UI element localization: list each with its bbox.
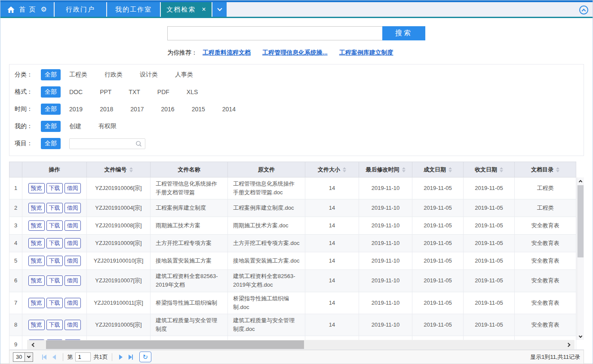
preview-button[interactable]: 预览 bbox=[28, 275, 45, 286]
row-number-cell: 7 bbox=[9, 292, 22, 314]
column-header-8[interactable]: 收文日期 bbox=[464, 162, 515, 177]
vertical-scrollbar-thumb[interactable] bbox=[578, 185, 584, 257]
recommend-link-3[interactable]: 工程案例库建立制度 bbox=[339, 49, 393, 57]
borrow-button[interactable]: 借阅 bbox=[65, 298, 81, 308]
filter-time-all-chip[interactable]: 全部 bbox=[41, 104, 61, 115]
filter-option-2017[interactable]: 2017 bbox=[130, 106, 144, 113]
sort-icon[interactable] bbox=[449, 167, 452, 172]
filter-option-行政类[interactable]: 行政类 bbox=[104, 71, 123, 79]
written-date-cell: 2019-11-05 bbox=[412, 217, 464, 235]
recommend-link-1[interactable]: 工程质料流程文档 bbox=[203, 49, 251, 57]
download-button[interactable]: 下载 bbox=[46, 203, 63, 213]
filter-option-2015[interactable]: 2015 bbox=[192, 106, 205, 113]
filter-option-有权限[interactable]: 有权限 bbox=[98, 122, 117, 130]
preview-button[interactable]: 预览 bbox=[28, 203, 45, 213]
filter-option-2014[interactable]: 2014 bbox=[222, 106, 236, 113]
tab-list-dropdown-button[interactable] bbox=[212, 2, 227, 17]
scroll-up-arrow[interactable] bbox=[577, 177, 584, 184]
download-button[interactable]: 下载 bbox=[46, 320, 63, 330]
borrow-button[interactable]: 借阅 bbox=[65, 220, 81, 231]
horizontal-scrollbar-track[interactable] bbox=[38, 340, 563, 349]
download-button[interactable]: 下载 bbox=[46, 298, 63, 308]
download-button[interactable]: 下载 bbox=[46, 275, 63, 286]
file-size-cell: 14 bbox=[305, 292, 359, 314]
recommend-link-2[interactable]: 工程管理信息化系统操... bbox=[262, 49, 328, 57]
download-button[interactable]: 下载 bbox=[46, 183, 63, 193]
table-row: 6预览下载借阅YZJ201910007[宗]建筑工程资料全套82563-2019… bbox=[9, 270, 576, 292]
sort-icon[interactable] bbox=[556, 167, 559, 172]
filter-option-PPT[interactable]: PPT bbox=[100, 89, 111, 95]
preview-button[interactable]: 预览 bbox=[28, 256, 45, 266]
prev-page-button[interactable] bbox=[52, 355, 56, 360]
preview-button[interactable]: 预览 bbox=[28, 220, 45, 231]
filter-option-DOC[interactable]: DOC bbox=[69, 89, 83, 95]
tab-document-search[interactable]: 文档检索 × bbox=[161, 2, 212, 17]
download-button[interactable]: 下载 bbox=[46, 220, 63, 231]
filter-label-format: 格式： bbox=[15, 88, 35, 96]
preview-button[interactable]: 预览 bbox=[28, 238, 45, 248]
preview-button[interactable]: 预览 bbox=[28, 298, 45, 308]
borrow-button[interactable]: 借阅 bbox=[65, 275, 81, 286]
first-page-button[interactable] bbox=[42, 355, 46, 360]
column-header-7[interactable]: 成文日期 bbox=[412, 162, 464, 177]
top-navbar: 首 页 ⚙ 行政门户 我的工作室 文档检索 × bbox=[0, 0, 593, 18]
filter-option-设计类[interactable]: 设计类 bbox=[140, 71, 158, 79]
tab-home[interactable]: 首 页 ⚙ bbox=[0, 2, 54, 17]
column-header-6[interactable]: 最后修改时间 bbox=[359, 162, 412, 177]
scroll-left-arrow[interactable] bbox=[27, 343, 38, 346]
refresh-button[interactable]: ↻ bbox=[139, 352, 151, 362]
close-tab-icon[interactable]: × bbox=[202, 6, 206, 13]
borrow-button[interactable]: 借阅 bbox=[65, 256, 81, 266]
column-header-label: 文件编号 bbox=[104, 166, 127, 173]
row-actions-cell: 预览下载借阅 bbox=[22, 314, 87, 336]
sort-icon[interactable] bbox=[343, 167, 346, 172]
filter-option-PDF[interactable]: PDF bbox=[157, 89, 169, 95]
filter-option-2018[interactable]: 2018 bbox=[100, 106, 113, 113]
horizontal-scrollbar-thumb[interactable] bbox=[46, 340, 304, 349]
preview-button[interactable]: 预览 bbox=[28, 183, 45, 193]
tab-my-workspace[interactable]: 我的工作室 bbox=[107, 2, 160, 17]
gear-icon[interactable]: ⚙ bbox=[40, 6, 46, 13]
next-page-button[interactable] bbox=[119, 355, 123, 360]
filter-option-工程类[interactable]: 工程类 bbox=[69, 71, 87, 79]
search-button[interactable]: 搜索 bbox=[382, 26, 425, 40]
borrow-button[interactable]: 借阅 bbox=[65, 203, 81, 213]
filter-category-all-chip[interactable]: 全部 bbox=[41, 69, 61, 80]
preview-button[interactable]: 预览 bbox=[28, 320, 45, 330]
row-number-cell: 2 bbox=[9, 199, 22, 217]
column-header-2[interactable]: 文件编号 bbox=[87, 162, 151, 177]
directory-cell: 安全教育表 bbox=[515, 252, 576, 270]
filter-option-XLS[interactable]: XLS bbox=[187, 89, 198, 95]
borrow-button[interactable]: 借阅 bbox=[65, 320, 81, 330]
scroll-right-arrow[interactable] bbox=[563, 343, 575, 346]
column-header-9[interactable]: 文档目录 bbox=[515, 162, 576, 177]
tab-admin-portal[interactable]: 行政门户 bbox=[55, 2, 106, 17]
sort-icon[interactable] bbox=[402, 167, 406, 172]
filter-option-人事类[interactable]: 人事类 bbox=[175, 71, 193, 79]
original-file-cell: 接地装置安装施工方案.doc bbox=[228, 252, 305, 270]
filter-format-all-chip[interactable]: 全部 bbox=[41, 86, 61, 98]
download-button[interactable]: 下载 bbox=[46, 256, 63, 266]
filter-option-2019[interactable]: 2019 bbox=[69, 106, 83, 113]
page-size-select[interactable]: 30 bbox=[13, 352, 33, 362]
sort-icon[interactable] bbox=[129, 167, 133, 172]
horizontal-scrollbar[interactable] bbox=[27, 340, 575, 349]
sort-icon[interactable] bbox=[500, 167, 503, 172]
page-number-input[interactable] bbox=[75, 352, 91, 361]
borrow-button[interactable]: 借阅 bbox=[65, 238, 81, 248]
filter-option-2016[interactable]: 2016 bbox=[161, 106, 174, 113]
column-header-5[interactable]: 文件大小 bbox=[305, 162, 359, 177]
filter-project-all-chip[interactable]: 全部 bbox=[41, 138, 61, 149]
project-search-input[interactable] bbox=[69, 138, 145, 149]
scroll-down-arrow[interactable] bbox=[577, 333, 584, 340]
vertical-scrollbar[interactable] bbox=[577, 177, 584, 340]
filter-option-TXT[interactable]: TXT bbox=[129, 89, 140, 95]
last-page-button[interactable] bbox=[129, 355, 133, 360]
download-button[interactable]: 下载 bbox=[46, 238, 63, 248]
search-input[interactable] bbox=[167, 26, 382, 40]
filter-option-创建[interactable]: 创建 bbox=[69, 122, 81, 130]
collapse-panel-button[interactable] bbox=[579, 6, 588, 15]
borrow-button[interactable]: 借阅 bbox=[65, 183, 81, 193]
filter-mine-all-chip[interactable]: 全部 bbox=[41, 121, 61, 132]
sort-asc-arrow bbox=[449, 167, 452, 169]
